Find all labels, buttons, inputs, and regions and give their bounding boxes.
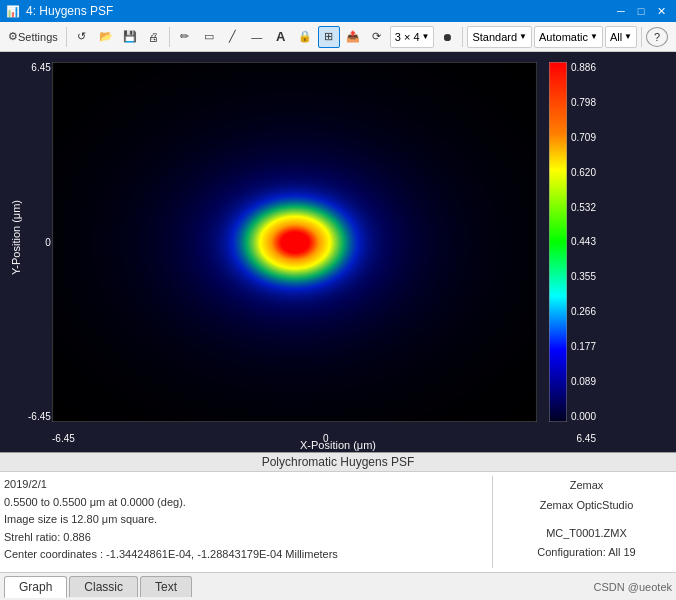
cb-label-1: 0.798 bbox=[571, 97, 596, 108]
separator-3 bbox=[462, 27, 463, 47]
save-button[interactable]: 💾 bbox=[119, 26, 141, 48]
filename: MC_T0001.ZMX bbox=[501, 524, 672, 544]
refresh-button[interactable]: ↺ bbox=[71, 26, 93, 48]
toolbar: ⚙ Settings ↺ 📂 💾 🖨 ✏ ▭ ╱ — A 🔒 ⊞ 📤 ⟳ 3 ×… bbox=[0, 22, 676, 52]
window-controls: ─ □ ✕ bbox=[612, 2, 670, 20]
draw-button[interactable]: ✏ bbox=[174, 26, 196, 48]
cb-label-3: 0.620 bbox=[571, 167, 596, 178]
cb-label-6: 0.355 bbox=[571, 271, 596, 282]
panel-title-text: Polychromatic Huygens PSF bbox=[262, 455, 415, 469]
settings-icon: ⚙ bbox=[8, 30, 18, 43]
x-axis-label: X-Position (μm) bbox=[300, 439, 376, 451]
refresh2-icon: ⏺ bbox=[442, 31, 453, 43]
draw-icon: ✏ bbox=[180, 30, 189, 43]
lock-icon: 🔒 bbox=[298, 30, 312, 43]
cb-label-9: 0.089 bbox=[571, 376, 596, 387]
info-panel: Polychromatic Huygens PSF 2019/2/1 0.550… bbox=[0, 452, 676, 572]
psf-plot bbox=[52, 62, 537, 422]
close-button[interactable]: ✕ bbox=[652, 2, 670, 20]
info-line1: 0.5500 to 0.5500 μm at 0.0000 (deg). bbox=[4, 494, 492, 512]
cb-label-8: 0.177 bbox=[571, 341, 596, 352]
cb-label-7: 0.266 bbox=[571, 306, 596, 317]
settings-button[interactable]: ⚙ Settings bbox=[4, 26, 62, 48]
rect-button[interactable]: ▭ bbox=[198, 26, 220, 48]
minimize-button[interactable]: ─ bbox=[612, 2, 630, 20]
minus-button[interactable]: — bbox=[246, 26, 268, 48]
all-label: All bbox=[610, 31, 622, 43]
refresh2-button[interactable]: ⏺ bbox=[436, 26, 458, 48]
info-left: 2019/2/1 0.5500 to 0.5500 μm at 0.0000 (… bbox=[4, 476, 492, 568]
export-icon: 📤 bbox=[346, 30, 360, 43]
tab-text[interactable]: Text bbox=[140, 576, 192, 597]
grid-icon: ⊞ bbox=[324, 30, 333, 43]
print-button[interactable]: 🖨 bbox=[143, 26, 165, 48]
y-tick-mid: 0 bbox=[45, 237, 51, 248]
chevron-down-icon3: ▼ bbox=[590, 32, 598, 41]
rotate-button[interactable]: ⟳ bbox=[366, 26, 388, 48]
help-icon: ? bbox=[654, 31, 660, 43]
chevron-down-icon2: ▼ bbox=[519, 32, 527, 41]
colorbar bbox=[549, 62, 567, 422]
cb-label-4: 0.532 bbox=[571, 202, 596, 213]
export-button[interactable]: 📤 bbox=[342, 26, 364, 48]
rect-icon: ▭ bbox=[204, 30, 214, 43]
print-icon: 🖨 bbox=[148, 31, 159, 43]
settings-label: Settings bbox=[18, 31, 58, 43]
info-panel-title: Polychromatic Huygens PSF bbox=[0, 453, 676, 472]
open-icon: 📂 bbox=[99, 30, 113, 43]
y-tick-bot: -6.45 bbox=[28, 411, 51, 422]
company-name: Zemax bbox=[501, 476, 672, 496]
line-icon: ╱ bbox=[229, 30, 236, 43]
separator-4 bbox=[641, 27, 642, 47]
line-button[interactable]: ╱ bbox=[222, 26, 244, 48]
restore-button[interactable]: □ bbox=[632, 2, 650, 20]
save-icon: 💾 bbox=[123, 30, 137, 43]
automatic-label: Automatic bbox=[539, 31, 588, 43]
separator-1 bbox=[66, 27, 67, 47]
info-line2: Image size is 12.80 μm square. bbox=[4, 511, 492, 529]
config: Configuration: All 19 bbox=[501, 543, 672, 563]
standard-dropdown[interactable]: Standard ▼ bbox=[467, 26, 532, 48]
cb-label-10: 0.000 bbox=[571, 411, 596, 422]
automatic-dropdown[interactable]: Automatic ▼ bbox=[534, 26, 603, 48]
lock-button[interactable]: 🔒 bbox=[294, 26, 316, 48]
grid-view-button[interactable]: ⊞ bbox=[318, 26, 340, 48]
chevron-down-icon4: ▼ bbox=[624, 32, 632, 41]
chevron-down-icon: ▼ bbox=[422, 32, 430, 41]
standard-label: Standard bbox=[472, 31, 517, 43]
window-title: 4: Huygens PSF bbox=[26, 4, 612, 18]
separator-2 bbox=[169, 27, 170, 47]
text-button[interactable]: A bbox=[270, 26, 292, 48]
credit-text: CSDN @ueotek bbox=[594, 581, 672, 593]
text-icon: A bbox=[276, 29, 285, 44]
info-panel-body: 2019/2/1 0.5500 to 0.5500 μm at 0.0000 (… bbox=[0, 472, 676, 572]
main-area: Y-Position (μm) 6.45 0 -6.45 0.886 0.798… bbox=[0, 52, 676, 600]
grid-label: 3 × 4 bbox=[395, 31, 420, 43]
y-axis-label: Y-Position (μm) bbox=[10, 200, 22, 275]
cb-label-2: 0.709 bbox=[571, 132, 596, 143]
open-button[interactable]: 📂 bbox=[95, 26, 117, 48]
y-tick-top: 6.45 bbox=[31, 62, 50, 73]
rotate-icon: ⟳ bbox=[372, 30, 381, 43]
tab-graph[interactable]: Graph bbox=[4, 576, 67, 598]
all-dropdown[interactable]: All ▼ bbox=[605, 26, 637, 48]
title-bar: 📊 4: Huygens PSF ─ □ ✕ bbox=[0, 0, 676, 22]
tab-classic[interactable]: Classic bbox=[69, 576, 138, 597]
bottom-bar: Graph Classic Text CSDN @ueotek bbox=[0, 572, 676, 600]
product-name: Zemax OpticStudio bbox=[501, 496, 672, 516]
help-button[interactable]: ? bbox=[646, 27, 668, 47]
app-icon: 📊 bbox=[6, 5, 20, 18]
cb-label-0: 0.886 bbox=[571, 62, 596, 73]
info-line4: Center coordinates : -1.34424861E-04, -1… bbox=[4, 546, 492, 564]
refresh-icon: ↺ bbox=[77, 30, 86, 43]
grid-dropdown[interactable]: 3 × 4 ▼ bbox=[390, 26, 435, 48]
cb-label-5: 0.443 bbox=[571, 236, 596, 247]
minus-icon: — bbox=[251, 31, 262, 43]
info-line3: Strehl ratio: 0.886 bbox=[4, 529, 492, 547]
chart-area: Y-Position (μm) 6.45 0 -6.45 0.886 0.798… bbox=[0, 52, 676, 452]
info-right: Zemax Zemax OpticStudio MC_T0001.ZMX Con… bbox=[492, 476, 672, 568]
info-date: 2019/2/1 bbox=[4, 476, 492, 494]
